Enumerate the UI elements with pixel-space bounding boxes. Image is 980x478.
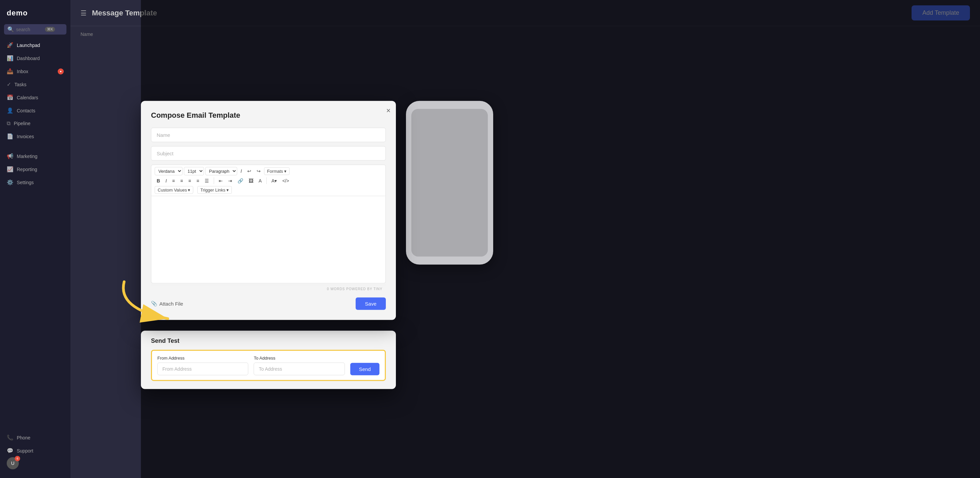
bold-btn[interactable]: B bbox=[155, 176, 162, 184]
paragraph-select[interactable]: Paragraph bbox=[205, 167, 237, 175]
sidebar-item-label: Settings bbox=[17, 180, 34, 185]
sidebar-item-label: Tasks bbox=[14, 82, 27, 87]
tasks-icon: ✓ bbox=[7, 81, 11, 87]
align-center-btn[interactable]: ≡ bbox=[178, 176, 185, 184]
menu-icon[interactable]: ☰ bbox=[81, 9, 87, 17]
to-address-label: To Address bbox=[254, 355, 345, 360]
name-input[interactable] bbox=[151, 127, 386, 142]
phone-preview bbox=[406, 101, 493, 264]
bg-color-btn[interactable]: A▾ bbox=[269, 176, 279, 184]
avatar-badge: 6 bbox=[15, 456, 20, 461]
contacts-icon: 👤 bbox=[7, 107, 13, 114]
paperclip-icon: 📎 bbox=[151, 300, 158, 306]
sidebar-item-settings[interactable]: ⚙️ Settings bbox=[0, 176, 70, 189]
sidebar-item-label: Dashboard bbox=[17, 56, 40, 61]
align-justify-btn[interactable]: ≡ bbox=[194, 176, 201, 184]
sidebar-item-label: Inbox bbox=[17, 69, 28, 74]
launchpad-icon: 🚀 bbox=[7, 42, 13, 48]
align-left-btn[interactable]: ≡ bbox=[170, 176, 177, 184]
custom-values-chevron-icon: ▾ bbox=[188, 187, 190, 192]
send-test-form: From Address To Address Send bbox=[151, 349, 386, 381]
from-address-field: From Address bbox=[158, 355, 248, 375]
modal-actions: 📎 Attach File Save bbox=[151, 297, 386, 310]
sidebar-item-reporting[interactable]: 📈 Reporting bbox=[0, 163, 70, 176]
app-logo: demo bbox=[0, 5, 70, 24]
font-color-btn[interactable]: A bbox=[257, 176, 264, 184]
italic-style-btn[interactable]: I bbox=[239, 167, 244, 175]
modal-title: Compose Email Template bbox=[151, 111, 386, 119]
sidebar-item-calendars[interactable]: 📅 Calendars bbox=[0, 91, 70, 104]
image-btn[interactable]: 🖼 bbox=[247, 176, 255, 184]
sidebar-item-label: Invoices bbox=[17, 134, 34, 139]
list-btn[interactable]: ☰ bbox=[203, 176, 211, 184]
formats-chevron-icon: ▾ bbox=[284, 168, 286, 173]
phone-icon: 📞 bbox=[7, 434, 13, 441]
outdent-btn[interactable]: ⇤ bbox=[217, 176, 225, 184]
font-family-select[interactable]: Verdana bbox=[155, 167, 183, 175]
marketing-icon: 📢 bbox=[7, 153, 13, 159]
sidebar-item-contacts[interactable]: 👤 Contacts bbox=[0, 104, 70, 117]
link-btn[interactable]: 🔗 bbox=[235, 176, 245, 184]
trigger-links-chevron-icon: ▾ bbox=[226, 187, 229, 192]
modal-close-button[interactable]: × bbox=[386, 106, 391, 115]
formats-label: Formats bbox=[267, 168, 283, 173]
invoices-icon: 📄 bbox=[7, 133, 13, 140]
sidebar-item-label: Contacts bbox=[17, 108, 35, 113]
custom-values-dropdown[interactable]: Custom Values ▾ bbox=[155, 186, 193, 194]
settings-icon: ⚙️ bbox=[7, 179, 13, 186]
dashboard-icon: 📊 bbox=[7, 55, 13, 61]
sidebar-item-label: Pipeline bbox=[14, 121, 30, 126]
calendars-icon: 📅 bbox=[7, 94, 13, 101]
sidebar-item-pipeline[interactable]: ⧉ Pipeline bbox=[0, 117, 70, 130]
reporting-icon: 📈 bbox=[7, 166, 13, 172]
editor-body[interactable] bbox=[151, 196, 386, 283]
avatar-initials: U bbox=[11, 461, 14, 466]
phone-screen bbox=[411, 109, 488, 256]
inbox-badge: ● bbox=[58, 68, 64, 75]
italic-btn[interactable]: I bbox=[163, 176, 169, 184]
align-right-btn[interactable]: ≡ bbox=[186, 176, 193, 184]
send-test-section: Send Test From Address To Address Send bbox=[141, 330, 396, 389]
subject-input[interactable] bbox=[151, 146, 386, 160]
undo-btn[interactable]: ↩ bbox=[245, 167, 253, 175]
sidebar-item-label: Launchpad bbox=[17, 43, 40, 48]
sidebar-item-launchpad[interactable]: 🚀 Launchpad bbox=[0, 38, 70, 52]
formats-dropdown[interactable]: Formats ▾ bbox=[264, 167, 290, 175]
editor-toolbar: Verdana 11pt Paragraph I ↩ ↪ Formats ▾ bbox=[151, 164, 386, 196]
from-address-input[interactable] bbox=[158, 362, 248, 375]
avatar[interactable]: U 6 bbox=[7, 457, 19, 469]
attach-file-button[interactable]: 📎 Attach File bbox=[151, 300, 183, 306]
sidebar-item-tasks[interactable]: ✓ Tasks bbox=[0, 78, 70, 91]
sidebar-item-dashboard[interactable]: 📊 Dashboard bbox=[0, 52, 70, 65]
indent-btn[interactable]: ⇥ bbox=[226, 176, 234, 184]
save-button[interactable]: Save bbox=[356, 297, 386, 310]
font-size-select[interactable]: 11pt bbox=[184, 167, 204, 175]
pipeline-icon: ⧉ bbox=[7, 121, 10, 127]
sidebar-section-divider bbox=[0, 143, 70, 149]
attach-label: Attach File bbox=[159, 300, 183, 306]
support-icon: 💬 bbox=[7, 448, 13, 454]
search-icon: 🔍 bbox=[7, 26, 14, 33]
sidebar: demo 🔍 ⌘K 🚀 Launchpad 📊 Dashboard 📥 Inbo… bbox=[0, 0, 70, 478]
redo-btn[interactable]: ↪ bbox=[255, 167, 263, 175]
sidebar-item-phone[interactable]: 📞 Phone bbox=[7, 431, 64, 444]
sidebar-item-inbox[interactable]: 📥 Inbox ● bbox=[0, 65, 70, 78]
toolbar-row-1: Verdana 11pt Paragraph I ↩ ↪ Formats ▾ bbox=[155, 167, 382, 175]
code-btn[interactable]: </> bbox=[280, 176, 291, 184]
sidebar-item-support[interactable]: 💬 Support bbox=[7, 444, 64, 457]
send-test-button[interactable]: Send bbox=[350, 363, 379, 375]
modal-container: × Compose Email Template Verdana 11pt Pa… bbox=[141, 101, 493, 389]
sidebar-item-marketing[interactable]: 📢 Marketing bbox=[0, 149, 70, 163]
toolbar-row-2: B I ≡ ≡ ≡ ≡ ☰ ⇤ ⇥ 🔗 🖼 A A▾ </> bbox=[155, 176, 382, 184]
trigger-links-dropdown[interactable]: Trigger Links ▾ bbox=[197, 186, 232, 194]
toolbar-row-3: Custom Values ▾ Trigger Links ▾ bbox=[155, 186, 382, 194]
inbox-icon: 📥 bbox=[7, 68, 13, 75]
toolbar-divider-1 bbox=[214, 177, 214, 184]
sidebar-search[interactable]: 🔍 ⌘K bbox=[4, 24, 67, 35]
search-input[interactable] bbox=[16, 27, 43, 32]
to-address-input[interactable] bbox=[254, 362, 345, 375]
trigger-links-label: Trigger Links bbox=[200, 187, 226, 192]
toolbar-divider-2 bbox=[266, 177, 267, 184]
sidebar-item-label: Support bbox=[17, 448, 33, 454]
sidebar-item-invoices[interactable]: 📄 Invoices bbox=[0, 130, 70, 143]
